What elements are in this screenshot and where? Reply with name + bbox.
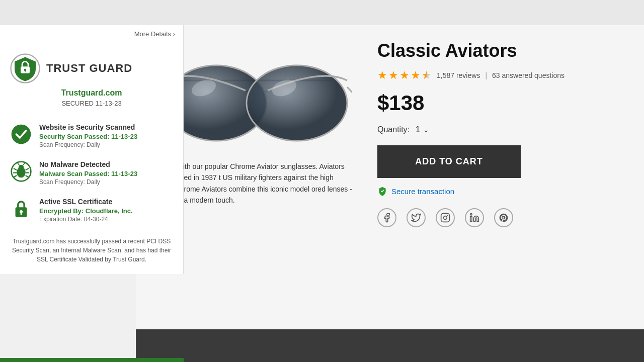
trustguard-green-bar xyxy=(0,358,184,362)
quantity-row: Quantity: 1 ⌄ xyxy=(377,125,629,134)
star-2: ★ xyxy=(388,69,398,82)
trustguard-logo-area: TRUST GUARD xyxy=(0,43,183,88)
tg-security-scan-freq: Scan Frequency: Daily xyxy=(39,141,173,148)
star-1: ★ xyxy=(377,69,387,82)
tg-ssl-title: Active SSL Certificate xyxy=(39,198,173,206)
svg-point-16 xyxy=(12,125,31,144)
secure-shield-icon xyxy=(377,186,387,196)
social-icons-row xyxy=(377,208,629,227)
more-details-bar[interactable]: More Details › xyxy=(0,25,183,43)
svg-point-20 xyxy=(19,165,24,170)
tg-security-scan-icon xyxy=(10,123,32,145)
pinterest-icon[interactable] xyxy=(494,208,513,227)
trustguard-secured-label: SECURED 11-13-23 xyxy=(0,100,183,107)
tg-security-scan-status: Security Scan Passed: 11-13-23 xyxy=(39,133,173,140)
star-3: ★ xyxy=(399,69,410,82)
tg-ssl-item: Active SSL Certificate Encrypted By: Clo… xyxy=(0,192,183,229)
tg-malware-freq: Scan Frequency: Daily xyxy=(39,178,173,186)
add-to-cart-button[interactable]: ADD TO CART xyxy=(377,145,521,178)
bottom-footer xyxy=(136,329,644,362)
rating-row: ★ ★ ★ ★ ★★ 1,587 reviews | 63 answered q… xyxy=(377,69,629,82)
svg-point-11 xyxy=(470,214,472,215)
more-details-label: More Details xyxy=(134,30,171,38)
tg-security-scan-item: Website is Security Scanned Security Sca… xyxy=(0,117,183,154)
star-5-half: ★★ xyxy=(422,69,432,82)
svg-rect-15 xyxy=(25,70,26,72)
facebook-icon[interactable] xyxy=(377,208,396,227)
tg-ssl-content: Active SSL Certificate Encrypted By: Clo… xyxy=(39,198,173,223)
secure-transaction-link[interactable]: Secure transaction xyxy=(391,187,454,196)
tg-malware-title: No Malware Detected xyxy=(39,160,173,168)
twitter-icon[interactable] xyxy=(407,208,426,227)
quantity-value: 1 xyxy=(416,125,420,134)
trustguard-shield-logo-icon xyxy=(10,53,40,83)
svg-rect-10 xyxy=(470,217,472,222)
svg-point-9 xyxy=(447,215,448,216)
tg-ssl-freq: Expiration Date: 04-30-24 xyxy=(39,216,173,223)
tg-malware-item: No Malware Detected Malware Scan Passed:… xyxy=(0,154,183,192)
trustguard-panel: More Details › TRUST GUARD Trustguard.co… xyxy=(0,25,184,274)
tg-security-scan-title: Website is Security Scanned xyxy=(39,123,173,131)
product-price: $138 xyxy=(377,91,629,115)
reviews-count[interactable]: 1,587 reviews xyxy=(437,71,480,79)
tg-ssl-status: Encrypted By: Cloudflare, Inc. xyxy=(39,207,173,215)
tg-security-scan-content: Website is Security Scanned Security Sca… xyxy=(39,123,173,148)
secure-transaction-row: Secure transaction xyxy=(377,186,629,196)
svg-point-8 xyxy=(444,216,447,220)
product-info: Classic Aviators ★ ★ ★ ★ ★★ 1,587 review… xyxy=(367,25,644,332)
product-area: your style with our popular Chrome Aviat… xyxy=(136,25,644,332)
trustguard-logo-text: TRUST GUARD xyxy=(46,62,132,75)
rating-separator: | xyxy=(485,71,487,79)
more-details-chevron-icon: › xyxy=(173,30,175,38)
product-image xyxy=(161,50,352,151)
quantity-label: Quantity: xyxy=(377,125,410,134)
tg-malware-content: No Malware Detected Malware Scan Passed:… xyxy=(39,160,173,186)
trustguard-url[interactable]: Trustguard.com xyxy=(0,88,183,98)
linkedin-icon[interactable] xyxy=(465,208,484,227)
svg-line-4 xyxy=(347,87,352,103)
tg-ssl-icon xyxy=(10,198,32,220)
product-title: Classic Aviators xyxy=(377,40,629,61)
tg-malware-icon xyxy=(10,160,32,183)
chevron-down-icon: ⌄ xyxy=(423,126,429,134)
tg-malware-status: Malware Scan Passed: 11-13-23 xyxy=(39,170,173,177)
trustguard-footer-text: Trustguard.com has successfully passed a… xyxy=(0,229,183,264)
instagram-icon[interactable] xyxy=(436,208,455,227)
top-bar xyxy=(0,0,644,25)
star-4: ★ xyxy=(411,69,421,82)
svg-rect-31 xyxy=(21,212,22,215)
quantity-select[interactable]: 1 ⌄ xyxy=(416,125,429,134)
questions-count[interactable]: 63 answered questions xyxy=(492,71,565,79)
star-rating: ★ ★ ★ ★ ★★ xyxy=(377,69,432,82)
svg-rect-7 xyxy=(441,214,450,222)
